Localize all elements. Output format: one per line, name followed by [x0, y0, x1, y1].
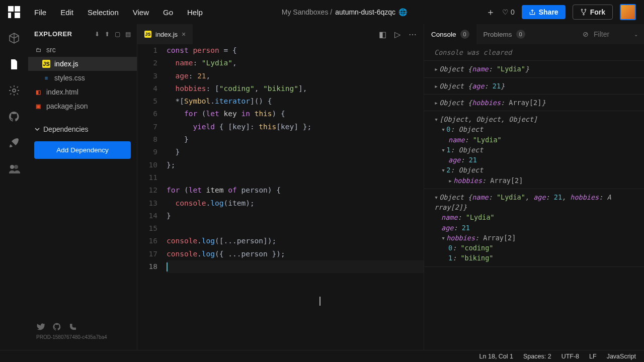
problems-badge: 0 — [516, 30, 525, 39]
editor-tabs: JS index.js × ◧ ▷ ⋯ — [137, 24, 424, 44]
js-icon: JS — [144, 31, 151, 38]
fork-icon — [580, 9, 587, 16]
console-tabs: Console 0 Problems 0 ⊘ ⌄ — [424, 24, 644, 44]
live-icon[interactable] — [8, 163, 20, 175]
top-actions: ＋ ♡ 0 Share Fork — [486, 4, 636, 20]
new-folder-icon[interactable]: ▢ — [115, 31, 120, 38]
line-gutter: 123456789101112131415161718 — [137, 44, 167, 350]
spectrum-icon[interactable] — [68, 322, 77, 331]
breadcrumb-root[interactable]: My Sandboxes / — [282, 8, 332, 16]
language-mode[interactable]: JavaScript — [607, 353, 636, 360]
like-count: 0 — [511, 8, 515, 16]
svg-point-1 — [585, 9, 586, 10]
twitter-icon[interactable] — [36, 322, 45, 331]
chevron-down-icon[interactable]: ⌄ — [634, 32, 638, 37]
svg-point-3 — [13, 89, 16, 92]
build-id: PROD-1580767480-c435a7ba4 — [36, 334, 129, 340]
file-label: index.html — [46, 88, 78, 96]
explorer-panel: EXPLORER ⬇ ⬆ ▢ ▤ 🗀 src JS index.js ≡ sty… — [28, 24, 137, 350]
top-bar: File Edit Selection View Go Help My Sand… — [0, 0, 644, 24]
breadcrumb: My Sandboxes / autumn-dust-6qzqc 🌐 — [207, 8, 482, 16]
file-tree: 🗀 src JS index.js ≡ styles.css ◧ index.h… — [28, 43, 137, 113]
app-logo[interactable] — [8, 6, 20, 18]
tab-label: Console — [431, 31, 456, 38]
menu-view[interactable]: View — [133, 8, 149, 17]
editor-panel: JS index.js × ◧ ▷ ⋯ 12345678910111213141… — [137, 24, 424, 350]
tab-label: Problems — [484, 31, 512, 38]
new-file-icon[interactable]: ▤ — [125, 31, 131, 38]
user-avatar[interactable] — [620, 4, 636, 20]
folder-label: src — [46, 46, 56, 54]
console-row[interactable]: ▾[Object, Object, Object] ▾0: Object nam… — [424, 111, 644, 189]
more-icon[interactable]: ⋯ — [409, 30, 417, 39]
indent-setting[interactable]: Spaces: 2 — [523, 353, 551, 360]
clear-console-icon[interactable]: ⊘ — [583, 30, 589, 38]
file-styles-css[interactable]: ≡ styles.css — [28, 71, 137, 85]
tab-console[interactable]: Console 0 — [424, 24, 476, 44]
svg-point-2 — [583, 14, 584, 15]
github-icon[interactable] — [8, 111, 20, 123]
file-package-json[interactable]: ▣ package.json — [28, 99, 137, 113]
json-icon: ▣ — [34, 102, 42, 110]
file-index-js[interactable]: JS index.js — [28, 57, 137, 71]
menu-selection[interactable]: Selection — [88, 8, 119, 17]
tab-index-js[interactable]: JS index.js × — [137, 24, 193, 44]
filter-input[interactable] — [594, 30, 629, 38]
code-body[interactable]: const person = { name: "Lydia", age: 21,… — [167, 44, 424, 350]
fork-label: Fork — [590, 8, 605, 16]
tab-label: index.js — [155, 31, 178, 38]
close-tab-icon[interactable]: × — [182, 30, 186, 38]
js-icon: JS — [42, 60, 50, 68]
svg-point-5 — [14, 165, 18, 169]
fork-button[interactable]: Fork — [573, 5, 613, 20]
menu-help[interactable]: Help — [187, 8, 203, 17]
dependencies-toggle[interactable]: Dependencies — [34, 122, 131, 136]
folder-icon: 🗀 — [34, 46, 42, 54]
add-dependency-button[interactable]: Add Dependency — [34, 141, 131, 159]
text-cursor — [167, 262, 168, 272]
console-row: Console was cleared — [424, 44, 644, 61]
share-button[interactable]: Share — [522, 5, 566, 19]
status-bar: Ln 18, Col 1 Spaces: 2 UTF-8 LF JavaScri… — [0, 350, 644, 362]
menu-file[interactable]: File — [34, 8, 46, 17]
download-icon[interactable]: ⬇ — [95, 31, 100, 38]
file-label: index.js — [54, 60, 78, 68]
file-label: styles.css — [54, 74, 85, 82]
console-badge: 0 — [460, 30, 469, 39]
file-label: package.json — [46, 102, 88, 110]
new-sandbox-icon[interactable]: ＋ — [486, 6, 495, 18]
file-index-html[interactable]: ◧ index.html — [28, 85, 137, 99]
cube-icon[interactable] — [8, 32, 20, 44]
eol[interactable]: LF — [589, 353, 597, 360]
css-icon: ≡ — [42, 74, 50, 82]
share-icon — [529, 9, 536, 16]
console-output[interactable]: Console was cleared ▸Object {name: "Lydi… — [424, 44, 644, 350]
like-counter[interactable]: ♡ 0 — [502, 8, 515, 16]
explorer-title: EXPLORER — [34, 30, 72, 38]
explorer-footer: PROD-1580767480-c435a7ba4 — [28, 316, 137, 346]
console-row[interactable]: ▾Object {name: "Lydia", age: 21, hobbies… — [424, 189, 644, 267]
split-editor-icon[interactable]: ◧ — [379, 30, 386, 39]
github-foot-icon[interactable] — [52, 322, 61, 331]
globe-icon[interactable]: 🌐 — [398, 8, 407, 16]
console-panel: Console 0 Problems 0 ⊘ ⌄ Console was cle… — [424, 24, 644, 350]
console-row[interactable]: ▸Object {name: "Lydia"} — [424, 61, 644, 77]
run-icon[interactable]: ▷ — [394, 30, 400, 39]
console-row[interactable]: ▸Object {hobbies: Array[2]} — [424, 95, 644, 111]
console-row[interactable]: ▸Object {age: 21} — [424, 78, 644, 95]
menu-edit[interactable]: Edit — [60, 8, 73, 17]
code-editor[interactable]: 123456789101112131415161718 const person… — [137, 44, 424, 350]
chevron-down-icon — [34, 126, 40, 132]
encoding[interactable]: UTF-8 — [561, 353, 579, 360]
upload-icon[interactable]: ⬆ — [105, 31, 110, 38]
tab-problems[interactable]: Problems 0 — [476, 24, 532, 44]
menu-go[interactable]: Go — [163, 8, 173, 17]
cursor-position[interactable]: Ln 18, Col 1 — [479, 353, 513, 360]
file-icon[interactable] — [8, 58, 20, 70]
share-label: Share — [539, 8, 558, 16]
sandbox-name[interactable]: autumn-dust-6qzqc — [335, 8, 395, 16]
rocket-icon[interactable] — [8, 137, 20, 149]
svg-point-4 — [10, 165, 14, 169]
gear-icon[interactable] — [8, 84, 20, 97]
folder-src[interactable]: 🗀 src — [28, 43, 137, 57]
